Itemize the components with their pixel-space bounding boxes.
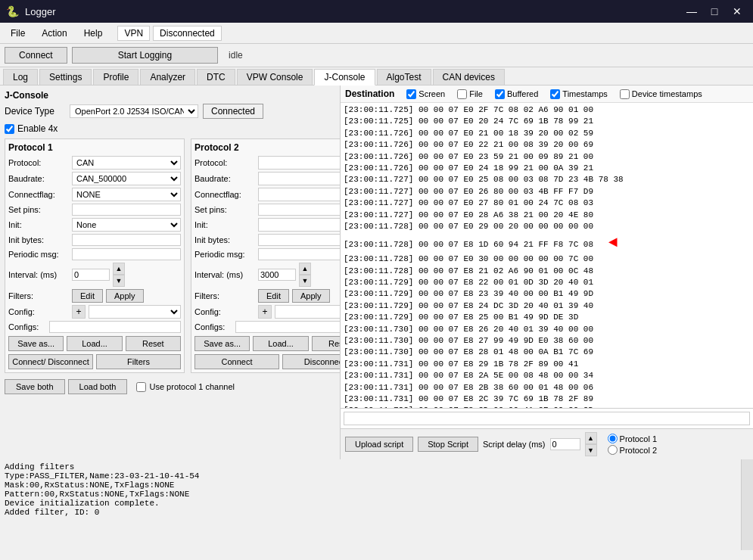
buffered-check-label[interactable]: Buffered <box>495 89 538 99</box>
maximize-button[interactable]: □ <box>705 4 724 19</box>
proto1-connect-disconnect-btn[interactable]: Connect/ Disconnect <box>8 354 93 369</box>
proto2-filters-edit-btn[interactable]: Edit <box>258 289 289 303</box>
screen-checkbox[interactable] <box>406 89 416 99</box>
tab-settings[interactable]: Settings <box>39 69 92 85</box>
start-logging-button[interactable]: Start Logging <box>72 47 218 64</box>
proto2-interval-down[interactable]: ▼ <box>299 275 311 287</box>
proto2-baudrate-label: Baudrate: <box>194 174 255 183</box>
proto1-baudrate-select[interactable]: CAN_500000 <box>72 172 181 185</box>
script-delay-input[interactable] <box>550 438 580 450</box>
data-line: [23:00:11.725] 00 00 07 E0 2F 7C 08 02 A… <box>344 104 750 116</box>
file-check-label[interactable]: File <box>457 89 483 99</box>
proto2-baudrate-select[interactable] <box>258 172 341 185</box>
device-type-select[interactable]: OpenPort 2.0 J2534 ISO/CAN/VP... <box>70 104 198 118</box>
proto2-configs-input[interactable] <box>235 321 341 333</box>
device-timestamps-check-label[interactable]: Device timestamps <box>620 89 702 99</box>
proto2-disconnect-btn[interactable]: Disconnect <box>282 354 341 369</box>
tab-can-devices[interactable]: CAN devices <box>433 69 505 85</box>
file-checkbox[interactable] <box>457 89 467 99</box>
proto2-periodicmsg-input[interactable] <box>258 248 341 260</box>
proto2-filters-apply-btn[interactable]: Apply <box>292 289 330 303</box>
proto2-config-plus-btn[interactable]: + <box>258 305 272 319</box>
proto2-setpins-input[interactable] <box>258 204 341 216</box>
data-line: [23:00:11.731] 00 00 07 E8 2B 38 60 00 0… <box>344 382 750 394</box>
proto1-configs-input[interactable] <box>49 321 181 333</box>
proto-radio-1[interactable] <box>608 434 618 443</box>
tab-bar: Log Settings Profile Analyzer DTC VPW Co… <box>0 67 753 86</box>
timestamps-checkbox[interactable] <box>550 89 560 99</box>
device-timestamps-checkbox[interactable] <box>620 89 630 99</box>
app-title: Logger <box>25 6 676 17</box>
proto1-interval-input[interactable] <box>72 269 110 281</box>
tab-log[interactable]: Log <box>3 69 38 85</box>
connect-button[interactable]: Connect <box>5 47 67 64</box>
proto1-config-select[interactable] <box>89 305 181 319</box>
proto2-load-btn[interactable]: Load... <box>253 336 308 351</box>
proto1-setpins-input[interactable] <box>72 204 181 216</box>
screen-label: Screen <box>419 89 445 98</box>
proto1-protocol-select[interactable]: CAN <box>72 156 181 170</box>
use-protocol1-checkbox[interactable] <box>136 382 146 392</box>
screen-check-label[interactable]: Screen <box>406 89 445 99</box>
proto1-filters-btn[interactable]: Filters <box>96 354 181 369</box>
script-delay-down[interactable]: ▼ <box>585 444 597 456</box>
log-line: Adding filters <box>5 462 736 471</box>
proto1-filters-row: Filters: Edit Apply <box>8 289 181 303</box>
proto2-reset-btn[interactable]: Reset <box>312 336 341 351</box>
proto2-config-select[interactable] <box>275 305 341 319</box>
tab-algotest[interactable]: AlgoTest <box>377 69 431 85</box>
proto1-reset-btn[interactable]: Reset <box>126 336 181 351</box>
proto2-initbytes-input[interactable] <box>258 234 341 246</box>
proto2-connectflag-select[interactable] <box>258 188 341 201</box>
log-scrollbar[interactable] <box>741 459 753 550</box>
tab-j-console[interactable]: J-Console <box>314 69 375 86</box>
menu-action[interactable]: Action <box>34 26 74 41</box>
proto1-initbytes-input[interactable] <box>72 234 181 246</box>
connected-button[interactable]: Connected <box>203 104 263 119</box>
load-both-btn[interactable]: Load both <box>68 379 128 394</box>
proto-radio-2[interactable] <box>608 445 618 455</box>
data-text-input[interactable] <box>344 412 750 425</box>
proto2-interval-up[interactable]: ▲ <box>299 263 311 275</box>
proto1-save-as-btn[interactable]: Save as... <box>8 336 64 351</box>
proto1-init-select[interactable]: None <box>72 218 181 232</box>
menu-file[interactable]: File <box>3 26 33 41</box>
enable-4x-checkbox[interactable] <box>5 124 14 134</box>
close-button[interactable]: ✕ <box>727 4 747 19</box>
minimize-button[interactable]: — <box>682 4 702 19</box>
proto2-configs-row: Configs: <box>194 321 341 333</box>
proto1-filters-edit-btn[interactable]: Edit <box>72 289 103 303</box>
proto1-filters-apply-btn[interactable]: Apply <box>106 289 144 303</box>
use-protocol1-label[interactable]: Use protocol 1 channel <box>136 379 235 394</box>
timestamps-check-label[interactable]: Timestamps <box>550 89 608 99</box>
proto2-interval-input[interactable] <box>258 269 296 281</box>
proto2-connect-btn[interactable]: Connect <box>194 354 279 369</box>
tab-dtc[interactable]: DTC <box>197 69 235 85</box>
buffered-checkbox[interactable] <box>495 89 505 99</box>
proto1-interval-up[interactable]: ▲ <box>113 263 125 275</box>
proto2-protocol-select[interactable] <box>258 156 341 170</box>
tab-profile[interactable]: Profile <box>93 69 138 85</box>
script-delay-up[interactable]: ▲ <box>585 432 597 444</box>
proto1-interval-down[interactable]: ▼ <box>113 275 125 287</box>
proto-radio-2-label[interactable]: Protocol 2 <box>608 445 658 455</box>
destination-title: Destination <box>345 89 394 99</box>
data-display[interactable]: [23:00:11.725] 00 00 07 E0 2F 7C 08 02 A… <box>341 103 753 408</box>
proto2-save-as-btn[interactable]: Save as... <box>194 336 250 351</box>
proto1-load-btn[interactable]: Load... <box>67 336 122 351</box>
tab-analyzer[interactable]: Analyzer <box>140 69 195 85</box>
proto-radio-1-label[interactable]: Protocol 1 <box>608 434 658 443</box>
tab-vpw-console[interactable]: VPW Console <box>237 69 313 85</box>
save-both-btn[interactable]: Save both <box>5 379 65 394</box>
menu-help[interactable]: Help <box>76 26 110 41</box>
proto2-init-select[interactable] <box>258 218 341 232</box>
upload-script-btn[interactable]: Upload script <box>345 437 413 452</box>
window-controls: — □ ✕ <box>682 4 747 19</box>
proto1-periodicmsg-input[interactable] <box>72 248 181 260</box>
proto1-connectflag-select[interactable]: NONE <box>72 188 181 201</box>
stop-script-btn[interactable]: Stop Script <box>418 437 478 452</box>
data-line: [23:00:11.727] 00 00 07 E0 26 80 00 03 4… <box>344 186 750 198</box>
proto1-initbytes-label: Init bytes: <box>8 235 69 244</box>
proto1-config-plus-btn[interactable]: + <box>72 305 86 319</box>
data-line: [23:00:11.729] 00 00 07 E8 25 00 B1 49 9… <box>344 312 750 323</box>
